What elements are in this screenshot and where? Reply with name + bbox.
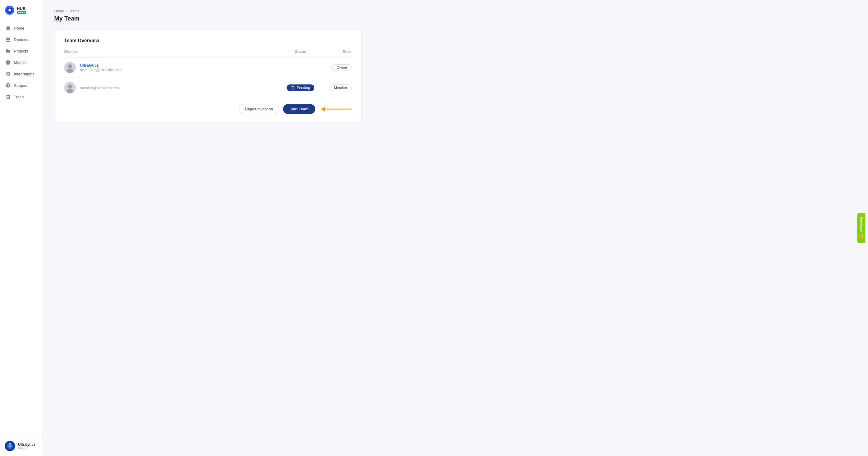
ultralytics-logo-icon xyxy=(5,5,14,15)
svg-point-6 xyxy=(8,445,11,448)
trash-icon xyxy=(5,94,11,99)
arrow-line xyxy=(324,109,352,110)
arrow-annotation xyxy=(321,107,352,112)
member-role-cell: Member xyxy=(321,78,352,98)
member-role-cell: Owner xyxy=(321,58,352,78)
member-avatar xyxy=(64,62,76,73)
join-team-button[interactable]: Join Team xyxy=(283,104,315,114)
member-cell: member@ultralytics.com xyxy=(64,82,279,93)
table-row: Ultralytics developer@ultralytics.com Ow… xyxy=(64,58,352,78)
main-content: Home › Teams › My Team Team Overview Mem… xyxy=(42,0,868,456)
svg-point-2 xyxy=(8,9,11,11)
svg-point-3 xyxy=(9,7,10,9)
actions-row: Reject Invitation Join Team xyxy=(64,104,352,114)
sidebar-bottom: Ultralytics FREE xyxy=(0,436,42,456)
pending-label: Pending xyxy=(297,86,310,90)
integrations-icon xyxy=(5,71,11,77)
sidebar: HUB BETA Home Datasets Projects xyxy=(0,0,42,456)
sidebar-item-datasets-label: Datasets xyxy=(14,37,29,42)
svg-point-10 xyxy=(67,69,73,73)
member-cell: Ultralytics developer@ultralytics.com xyxy=(64,62,279,73)
sidebar-item-datasets[interactable]: Datasets xyxy=(0,34,42,45)
breadcrumb-home[interactable]: Home xyxy=(54,9,64,13)
models-icon xyxy=(5,60,11,65)
member-status-cell xyxy=(279,58,321,78)
team-table: Member Status Role xyxy=(64,50,352,98)
col-header-role: Role xyxy=(321,50,352,58)
sidebar-item-home[interactable]: Home xyxy=(0,22,42,34)
sidebar-item-home-label: Home xyxy=(14,26,24,30)
col-header-member: Member xyxy=(64,50,279,58)
projects-icon xyxy=(5,48,11,54)
member-badge: Member xyxy=(330,84,352,91)
svg-point-12 xyxy=(68,84,72,89)
member-email: developer@ultralytics.com xyxy=(80,68,122,72)
table-row: member@ultralytics.com Pending Member xyxy=(64,78,352,98)
sidebar-item-trash-label: Trash xyxy=(14,95,24,99)
sidebar-item-integrations-label: Integrations xyxy=(14,72,34,76)
team-overview-title: Team Overview xyxy=(64,38,352,44)
arrow-head xyxy=(321,107,325,112)
feedback-tab[interactable]: Feedback 😊 xyxy=(858,213,866,243)
sidebar-item-support[interactable]: Support xyxy=(0,80,42,91)
sidebar-item-projects-label: Projects xyxy=(14,49,28,53)
sidebar-item-models[interactable]: Models xyxy=(0,57,42,68)
svg-point-13 xyxy=(67,89,73,93)
team-overview-card: Team Overview Member Status Role xyxy=(54,29,362,123)
breadcrumb: Home › Teams › xyxy=(54,9,856,13)
owner-badge: Owner xyxy=(332,64,352,71)
logo-hub-text: HUB xyxy=(17,7,26,10)
home-icon xyxy=(5,25,11,31)
avatar-placeholder xyxy=(64,82,76,93)
sidebar-item-models-label: Models xyxy=(14,60,27,65)
user-profile[interactable]: Ultralytics FREE xyxy=(5,441,37,451)
datasets-icon xyxy=(5,37,11,42)
breadcrumb-teams[interactable]: Teams xyxy=(69,9,79,13)
feedback-label: Feedback xyxy=(860,217,863,232)
user-name: Ultralytics xyxy=(18,443,36,447)
member-name: Ultralytics xyxy=(80,63,122,67)
page-title: My Team xyxy=(54,15,856,22)
member-avatar xyxy=(64,82,76,93)
sidebar-item-trash[interactable]: Trash xyxy=(0,91,42,103)
support-icon xyxy=(5,83,11,88)
avatar-image xyxy=(5,441,15,451)
sidebar-navigation: Home Datasets Projects Models Integratio xyxy=(0,20,42,436)
pending-spinner xyxy=(291,86,295,90)
member-status-cell: Pending xyxy=(279,78,321,98)
member-email: member@ultralytics.com xyxy=(80,86,120,90)
col-header-status: Status xyxy=(279,50,321,58)
pending-badge: Pending xyxy=(287,84,314,91)
avatar xyxy=(5,441,15,451)
user-plan: FREE xyxy=(18,447,36,450)
reject-invitation-button[interactable]: Reject Invitation xyxy=(239,104,279,114)
svg-point-9 xyxy=(68,64,72,68)
join-team-wrapper: Join Team xyxy=(283,104,352,114)
avatar-placeholder xyxy=(64,62,76,73)
logo-beta-badge: BETA xyxy=(17,11,26,14)
sidebar-item-support-label: Support xyxy=(14,83,28,88)
sidebar-item-integrations[interactable]: Integrations xyxy=(0,68,42,80)
feedback-emoji: 😊 xyxy=(859,234,864,239)
sidebar-item-projects[interactable]: Projects xyxy=(0,45,42,57)
logo[interactable]: HUB BETA xyxy=(0,0,42,20)
svg-point-7 xyxy=(9,443,11,445)
